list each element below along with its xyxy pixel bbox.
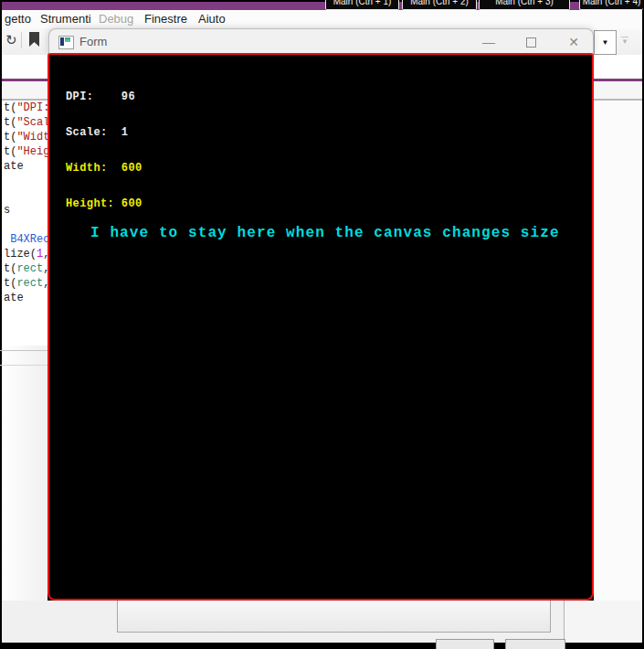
close-icon: ✕ bbox=[568, 35, 579, 49]
app-window-icon bbox=[58, 36, 74, 49]
scale-readout: Scale: 1 bbox=[66, 127, 143, 139]
menu-item-aiuto[interactable]: Aiuto bbox=[198, 12, 226, 26]
code-line: t("Widt bbox=[2, 130, 48, 144]
dialog-button-left[interactable] bbox=[436, 639, 494, 649]
module-button-label: Main (Ctrl + 3) bbox=[495, 0, 554, 6]
code-token: B4XRec bbox=[10, 233, 48, 246]
bottom-right-panel bbox=[565, 601, 642, 643]
minimize-button[interactable]: — bbox=[477, 34, 501, 50]
menu-item-progetto[interactable]: getto bbox=[5, 12, 31, 26]
icon-detail bbox=[65, 37, 70, 42]
code-token: t( bbox=[4, 262, 16, 275]
vertical-divider bbox=[564, 601, 565, 643]
module-button-label: Main (Ctrl + 2) bbox=[410, 0, 469, 6]
code-token: "Scal bbox=[16, 116, 48, 129]
code-token: "DPI: bbox=[16, 101, 48, 114]
code-line: lize(1, bbox=[2, 247, 48, 261]
drawing-canvas: DPI: 96 Scale: 1 Width: 600 Height: 600 … bbox=[48, 53, 594, 601]
code-line: t("DPI: bbox=[2, 101, 48, 115]
code-line: ate bbox=[2, 291, 48, 305]
code-token: rect bbox=[16, 262, 43, 275]
left-panel-lower bbox=[2, 346, 48, 601]
code-line: t("Heig bbox=[2, 144, 48, 159]
code-line: t("Scal bbox=[2, 115, 48, 130]
menu-item-debug: Debug bbox=[99, 12, 133, 26]
code-token: t( bbox=[4, 101, 16, 114]
code-token: s bbox=[4, 204, 10, 217]
height-readout: Height: 600 bbox=[66, 198, 143, 210]
code-token: ate bbox=[4, 292, 24, 304]
canvas-center-text: I have to stay here when the canvas chan… bbox=[90, 225, 560, 241]
menu-item-finestre[interactable]: Finestre bbox=[144, 12, 187, 26]
window-title: Form bbox=[79, 35, 107, 48]
chevron-down-icon: ▼ bbox=[602, 38, 609, 47]
panel-divider bbox=[0, 365, 48, 366]
module-button-main-3[interactable]: Main (Ctrl + 3) bbox=[479, 0, 570, 10]
code-panel[interactable]: t("DPI:t("Scalt("Widtt("Heigates B4XRecl… bbox=[2, 101, 48, 346]
panel-divider bbox=[0, 350, 48, 351]
code-line: B4XRec bbox=[2, 232, 48, 247]
menu-item-strumenti[interactable]: Strumenti bbox=[40, 12, 91, 26]
maximize-icon bbox=[526, 37, 536, 48]
module-button-main-1[interactable]: Main (Ctrl + 1) bbox=[325, 0, 399, 10]
toolbar-separator bbox=[21, 32, 22, 48]
maximize-button[interactable] bbox=[519, 34, 543, 50]
code-token: t( bbox=[4, 116, 16, 129]
code-token: lize( bbox=[4, 248, 37, 261]
toolbar-dropdown[interactable]: ▼ bbox=[594, 30, 617, 55]
close-button[interactable]: ✕ bbox=[562, 34, 586, 50]
code-token: "Widt bbox=[16, 131, 48, 144]
code-line: t(rect, bbox=[2, 261, 48, 276]
module-button-main-2[interactable]: Main (Ctrl + 2) bbox=[402, 0, 477, 10]
module-button-label: Main (Ctrl + 1) bbox=[333, 0, 392, 6]
width-readout: Width: 600 bbox=[66, 163, 143, 175]
menu-bar: getto Strumenti Debug Finestre Aiuto bbox=[2, 10, 642, 29]
code-token: t( bbox=[4, 277, 16, 290]
overflow-dropdown-icon[interactable]: ▾ bbox=[619, 36, 630, 47]
code-line: t(rect, bbox=[2, 276, 48, 291]
desktop: { "colors": { "accent_purple": "#803c80"… bbox=[0, 0, 644, 649]
module-button-label: Main (Ctrl + 4) bbox=[583, 0, 641, 6]
dialog-button-right[interactable] bbox=[505, 639, 565, 649]
code-token: "Heig bbox=[16, 145, 48, 158]
dpi-readout: DPI: 96 bbox=[66, 91, 143, 103]
code-token: t( bbox=[4, 145, 16, 158]
code-line bbox=[2, 218, 48, 232]
code-line bbox=[2, 188, 48, 203]
icon-detail bbox=[60, 37, 64, 46]
right-panel bbox=[594, 101, 642, 601]
module-button-main-4[interactable]: Main (Ctrl + 4) bbox=[579, 0, 643, 10]
code-token: rect bbox=[16, 277, 43, 290]
code-token: ate bbox=[4, 160, 24, 173]
code-line: s bbox=[2, 203, 48, 218]
redo-icon[interactable]: ↻ bbox=[5, 32, 17, 48]
code-line: ate bbox=[2, 159, 48, 174]
minimize-icon: — bbox=[482, 35, 495, 49]
chevron-down-icon: ▾ bbox=[623, 37, 628, 46]
code-line bbox=[2, 174, 48, 188]
code-token: t( bbox=[4, 131, 16, 144]
form-window-titlebar[interactable]: Form — ✕ bbox=[48, 28, 594, 54]
canvas-info-block: DPI: 96 Scale: 1 Width: 600 Height: 600 bbox=[66, 68, 143, 234]
